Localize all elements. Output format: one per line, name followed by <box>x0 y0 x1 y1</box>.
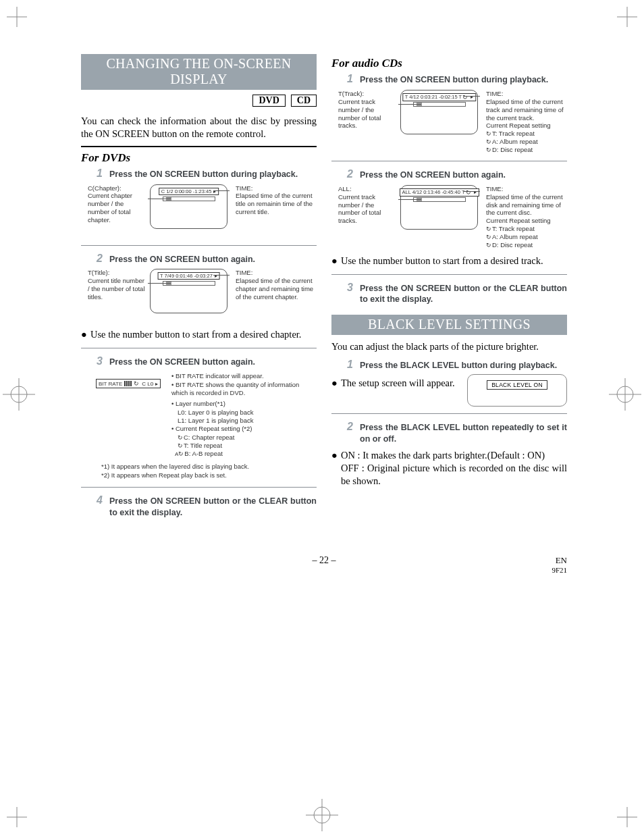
step-text: Press the BLACK LEVEL button repeatedly … <box>360 422 567 445</box>
osd-bar: T 4/12 0:03:21 -0:02:15 T <box>402 93 476 101</box>
step-text: Press the ON SCREEN button again. <box>109 357 317 368</box>
play-icon <box>215 273 217 279</box>
figure-dvd-2: T(Title): Current title number / the num… <box>88 269 317 323</box>
media-tag-cd: CD <box>291 95 317 107</box>
fig-right-desc: Elapsed time of the current track and re… <box>486 98 567 122</box>
repeat-icon <box>486 225 492 232</box>
media-tags: DVD CD <box>81 94 317 107</box>
fig-right-title: TIME: <box>236 269 317 277</box>
bullet-track-number: ● Use the number button to start from a … <box>331 255 567 267</box>
fig-right-desc: Elapsed time of the current title on rem… <box>236 192 317 216</box>
divider <box>81 146 317 147</box>
step-number: 3 <box>338 282 353 294</box>
section-banner-onscreen: CHANGING THE ON-SCREEN DISPLAY <box>81 54 317 90</box>
device-screen: T 7/49 0:01:46 -0:03:27 <box>150 269 227 313</box>
registration-right <box>609 378 641 411</box>
device-screen: ALL 4/12 0:13:46 -0:45:40 T <box>400 185 478 230</box>
step-row: 2 Press the ON SCREEN button again. <box>88 253 317 265</box>
crop-mark-top-left <box>7 7 35 35</box>
figure-cd-1: T(Track): Current track number / the num… <box>338 90 567 154</box>
repeat-icon <box>486 146 492 153</box>
device-screen: C 1/2 0:00:00 -1:23:45 <box>150 184 227 229</box>
step-row: 2 Press the ON SCREEN button again. <box>338 168 567 181</box>
divider <box>81 245 317 246</box>
osd-bar: ALL 4/12 0:13:46 -0:45:40 T <box>400 188 479 197</box>
divider <box>331 274 567 275</box>
footnote: *2) It appears when Repeat play back is … <box>101 471 317 480</box>
fig-right-title: TIME: <box>486 185 567 193</box>
divider <box>81 487 317 488</box>
repeat-icon <box>486 130 492 137</box>
registration-left <box>3 378 35 411</box>
step-row: 4 Press the ON SCREEN button or the CLEA… <box>88 494 317 519</box>
step-text: Press the ON SCREEN button again. <box>109 254 317 265</box>
divider <box>331 413 567 414</box>
right-column: For audio CDs 1 Press the ON SCREEN butt… <box>331 54 567 521</box>
step-text: Press the ON SCREEN button or the CLEAR … <box>360 283 567 306</box>
fig-left-desc: Current track number / the number of tot… <box>338 193 396 226</box>
divider <box>331 161 567 161</box>
fig-right-desc: Elapsed time of the current disk and rem… <box>486 193 567 217</box>
step-number: 3 <box>88 355 103 367</box>
repeat-icon <box>134 380 140 387</box>
figure-cd-2: ALL: Current track number / the number o… <box>338 185 567 249</box>
subsection-for-cds: For audio CDs <box>331 57 567 70</box>
step-text: Press the ON SCREEN button during playba… <box>360 74 567 86</box>
footnote: *1) It appears when the layered disc is … <box>101 463 317 471</box>
step-number: 2 <box>338 168 353 180</box>
blacklevel-osd: BLACK LEVEL ON <box>487 380 547 390</box>
left-column: CHANGING THE ON-SCREEN DISPLAY DVD CD Yo… <box>81 54 317 521</box>
step-row: 2 Press the BLACK LEVEL button repeatedl… <box>338 421 567 445</box>
repeat-icon <box>486 241 492 249</box>
step-text: Press the BLACK LEVEL button during play… <box>360 360 567 371</box>
blacklevel-intro: You can adjust the black parts of the pi… <box>331 340 567 353</box>
section-banner-blacklevel: BLACK LEVEL SETTINGS <box>331 315 567 335</box>
crop-mark-top-right <box>609 7 637 35</box>
blacklevel-screen: BLACK LEVEL ON <box>467 374 567 407</box>
step-number: 1 <box>88 167 103 180</box>
repeat-icon <box>178 442 184 449</box>
step-row: 1 Press the ON SCREEN button during play… <box>88 167 317 180</box>
figure-dvd-3: BIT RATE C L0 ▸ • BIT RATE indicator wil… <box>96 372 317 480</box>
step-text: Press the ON SCREEN button again. <box>360 170 567 181</box>
device-screen: T 4/12 0:03:21 -0:02:15 T <box>400 90 478 134</box>
step-row: 3 Press the ON SCREEN button or the CLEA… <box>338 282 567 306</box>
intro-text: You can check the information about the … <box>81 115 317 140</box>
bitrate-osd: BIT RATE C L0 ▸ <box>96 379 161 388</box>
repeat-icon <box>466 189 472 196</box>
step-row: 1 Press the ON SCREEN button during play… <box>338 73 567 86</box>
page-lang-code: EN 9F21 <box>552 555 567 574</box>
osd-bar: C 1/2 0:00:00 -1:23:45 <box>159 188 219 195</box>
crop-mark-bottom-left <box>7 799 35 827</box>
fig-left-title: T(Title): <box>88 269 146 277</box>
repeat-icon <box>462 94 468 101</box>
repeat-icon <box>486 138 492 145</box>
fig-right-extra: Current Repeat setting <box>486 122 567 130</box>
play-icon <box>471 94 473 100</box>
repeat-icon <box>178 450 184 457</box>
fig-right-title: TIME: <box>236 184 317 192</box>
fig-left-desc: Current chapter number / the number of t… <box>88 192 146 224</box>
fig-right-desc: Elapsed time of the current chapter and … <box>236 277 317 301</box>
repeat-icon <box>178 434 184 441</box>
step-text: Press the ON SCREEN button during playba… <box>109 169 317 180</box>
fig-right-extra: Current Repeat setting <box>486 217 567 225</box>
divider <box>81 348 317 348</box>
fig-left-desc: Current track number / the number of tot… <box>338 98 396 130</box>
crop-mark-bottom-right <box>609 799 637 827</box>
step-number: 4 <box>88 494 103 506</box>
step-number: 1 <box>338 73 353 85</box>
figure-dvd-1: C(Chapter): Current chapter number / the… <box>88 184 317 238</box>
media-tag-dvd: DVD <box>252 95 285 107</box>
step-number: 1 <box>338 359 353 371</box>
play-icon <box>474 189 477 195</box>
subsection-for-dvds: For DVDs <box>81 151 317 165</box>
fig-left-title: C(Chapter): <box>88 184 146 192</box>
step-text: Press the ON SCREEN button or the CLEAR … <box>109 496 317 519</box>
bullet-chapter-number: ● Use the number button to start from a … <box>81 328 317 341</box>
fig-left-desc: Current title number / the number of tot… <box>88 277 146 301</box>
fig-left-title: T(Track): <box>338 90 396 98</box>
bullet-bl-on-off: ● ON : It makes the dark parts brighter.… <box>331 449 567 488</box>
fig-right-title: TIME: <box>486 90 567 98</box>
blacklevel-setup-row: ● The setup screen will appear. BLACK LE… <box>331 374 567 407</box>
